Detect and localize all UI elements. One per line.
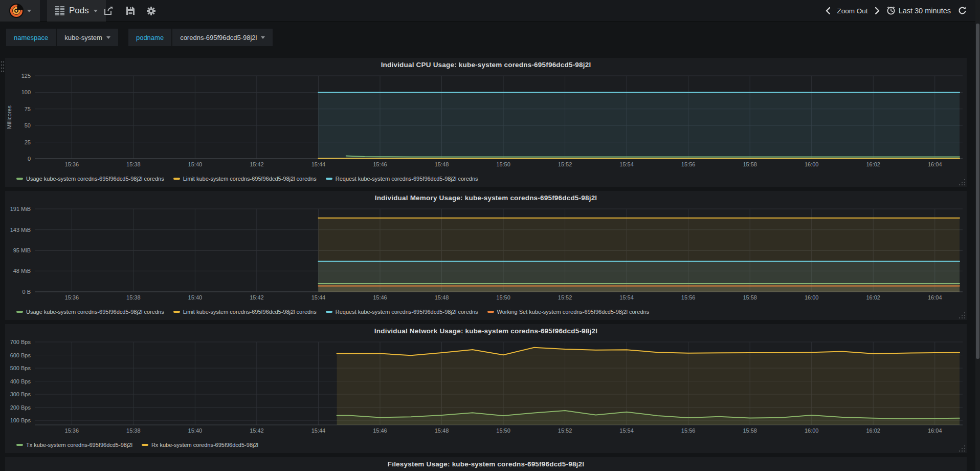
grafana-menu-caret-icon bbox=[27, 10, 31, 12]
panel-title-cpu[interactable]: Individual CPU Usage: kube-system coredn… bbox=[5, 61, 967, 69]
series-fill bbox=[337, 348, 960, 425]
timepicker-controls: Zoom Out Last 30 minutes bbox=[826, 0, 967, 22]
legend-label: Working Set kube-system coredns-695f96dc… bbox=[497, 309, 650, 315]
x-axis-tick-label: 16:00 bbox=[796, 294, 827, 301]
x-axis-tick-label: 16:04 bbox=[920, 161, 950, 167]
panel-title-filesystem[interactable]: Filesystem Usage: kube-system coredns-69… bbox=[5, 460, 967, 468]
y-axis-tick-label: 100 Bps bbox=[5, 417, 31, 423]
x-axis-tick-label: 15:48 bbox=[427, 161, 457, 167]
x-axis-tick-label: 15:42 bbox=[241, 294, 272, 301]
y-axis-tick-label: 200 Bps bbox=[5, 404, 31, 411]
chart-legend: Usage kube-system coredns-695f96dcd5-98j… bbox=[16, 176, 478, 182]
template-variables: namespace kube-system podname coredns-69… bbox=[6, 29, 274, 46]
x-axis-tick-label: 15:36 bbox=[56, 427, 87, 434]
y-axis-tick-label: 125 bbox=[5, 73, 31, 79]
save-dashboard-button[interactable] bbox=[122, 0, 139, 22]
panel-memory: Individual Memory Usage: kube-system cor… bbox=[5, 191, 967, 320]
legend-swatch-icon bbox=[326, 178, 332, 180]
panel-filesystem: Filesystem Usage: kube-system coredns-69… bbox=[5, 457, 967, 471]
refresh-icon[interactable] bbox=[958, 7, 967, 15]
variable-podname-dropdown[interactable]: coredns-695f96dcd5-98j2l bbox=[172, 29, 273, 46]
x-axis-tick-label: 15:44 bbox=[303, 427, 333, 434]
legend-swatch-icon bbox=[326, 311, 332, 313]
y-axis-tick-label: 95 MiB bbox=[5, 247, 31, 253]
chart-plot-memory[interactable] bbox=[5, 207, 967, 293]
y-axis-tick-label: 143 MiB bbox=[5, 227, 31, 233]
gear-icon bbox=[147, 7, 155, 15]
dashboard-picker-caret-icon bbox=[94, 10, 98, 12]
panel-cpu: Individual CPU Usage: kube-system coredn… bbox=[5, 58, 967, 187]
chart-plot-cpu[interactable] bbox=[5, 74, 967, 160]
panel-network: Individual Network Usage: kube-system co… bbox=[5, 324, 967, 453]
x-axis-tick-label: 15:52 bbox=[550, 427, 581, 434]
legend-item[interactable]: Working Set kube-system coredns-695f96dc… bbox=[487, 309, 650, 315]
x-axis-tick-label: 16:00 bbox=[796, 161, 827, 167]
grafana-menu-button[interactable] bbox=[0, 0, 40, 22]
x-axis-tick-label: 16:04 bbox=[920, 294, 950, 301]
zoom-out-button[interactable]: Zoom Out bbox=[837, 7, 868, 15]
panel-resize-handle[interactable] bbox=[959, 312, 965, 318]
chart-plot-network[interactable] bbox=[5, 340, 967, 426]
legend-item[interactable]: Rx kube-system coredns-695f96dcd5-98j2l bbox=[142, 442, 258, 448]
x-axis-tick-label: 15:54 bbox=[611, 427, 642, 434]
podname-caret-icon bbox=[261, 36, 265, 39]
variable-namespace-dropdown[interactable]: kube-system bbox=[57, 29, 118, 46]
x-axis-tick-label: 15:56 bbox=[673, 161, 704, 167]
series-fill bbox=[318, 92, 960, 159]
grafana-dashboard: Pods bbox=[0, 0, 980, 471]
x-axis-tick-label: 15:46 bbox=[365, 294, 395, 301]
x-axis-tick-label: 15:36 bbox=[56, 294, 87, 301]
legend-label: Limit kube-system coredns-695f96dcd5-98j… bbox=[183, 176, 317, 182]
legend-item[interactable]: Request kube-system coredns-695f96dcd5-9… bbox=[326, 309, 478, 315]
y-axis-tick-label: 400 Bps bbox=[5, 378, 31, 384]
x-axis-tick-label: 15:52 bbox=[550, 294, 581, 301]
clock-icon bbox=[887, 7, 895, 15]
legend-item[interactable]: Limit kube-system coredns-695f96dcd5-98j… bbox=[173, 176, 317, 182]
panel-resize-handle[interactable] bbox=[959, 179, 965, 185]
x-axis-tick-label: 15:50 bbox=[488, 427, 519, 434]
x-axis-tick-label: 16:02 bbox=[858, 294, 888, 301]
x-axis-tick-label: 16:02 bbox=[858, 427, 888, 434]
legend-item[interactable]: Tx kube-system coredns-695f96dcd5-98j2l bbox=[16, 442, 132, 448]
legend-swatch-icon bbox=[16, 178, 23, 180]
grafana-logo-icon bbox=[9, 3, 24, 18]
y-axis-tick-label: 191 MiB bbox=[5, 206, 31, 212]
save-icon bbox=[126, 7, 135, 15]
legend-item[interactable]: Request kube-system coredns-695f96dcd5-9… bbox=[326, 176, 478, 182]
panel-title-memory[interactable]: Individual Memory Usage: kube-system cor… bbox=[5, 194, 967, 202]
x-axis-tick-label: 15:44 bbox=[303, 161, 333, 167]
time-range-label: Last 30 minutes bbox=[899, 7, 951, 15]
time-range-picker[interactable]: Last 30 minutes bbox=[887, 7, 951, 15]
x-axis-tick-label: 15:52 bbox=[550, 161, 581, 167]
legend-item[interactable]: Usage kube-system coredns-695f96dcd5-98j… bbox=[16, 309, 164, 315]
y-axis-tick-label: 300 Bps bbox=[5, 391, 31, 397]
dashboard-picker[interactable]: Pods bbox=[47, 0, 106, 22]
y-axis-tick-label: 0 bbox=[5, 156, 31, 162]
legend-item[interactable]: Limit kube-system coredns-695f96dcd5-98j… bbox=[173, 309, 317, 315]
legend-swatch-icon bbox=[16, 444, 23, 446]
x-axis-tick-label: 15:46 bbox=[365, 427, 395, 434]
series-fill bbox=[318, 286, 960, 292]
x-axis-tick-label: 15:54 bbox=[611, 161, 642, 167]
x-axis-tick-label: 15:40 bbox=[180, 294, 210, 301]
variable-podname-label: podname bbox=[128, 29, 171, 46]
x-axis-tick-label: 15:58 bbox=[734, 161, 765, 167]
chevron-right-icon[interactable] bbox=[875, 7, 880, 14]
chart-legend: Tx kube-system coredns-695f96dcd5-98j2lR… bbox=[16, 442, 258, 448]
page-scrollbar-thumb[interactable] bbox=[976, 24, 979, 359]
legend-item[interactable]: Usage kube-system coredns-695f96dcd5-98j… bbox=[16, 176, 164, 182]
legend-swatch-icon bbox=[173, 311, 180, 313]
x-axis-tick-label: 15:54 bbox=[611, 294, 642, 301]
chevron-left-icon[interactable] bbox=[826, 7, 830, 14]
share-dashboard-button[interactable] bbox=[100, 0, 118, 22]
x-axis-tick-label: 15:42 bbox=[241, 161, 272, 167]
y-axis-tick-label: 0 B bbox=[5, 289, 31, 295]
dashboard-settings-button[interactable] bbox=[142, 0, 160, 22]
x-axis-tick-label: 15:40 bbox=[180, 161, 210, 167]
x-axis-tick-label: 15:48 bbox=[427, 427, 457, 434]
panel-drag-handle[interactable] bbox=[1, 60, 5, 72]
panel-resize-handle[interactable] bbox=[959, 445, 965, 452]
panel-title-network[interactable]: Individual Network Usage: kube-system co… bbox=[5, 327, 967, 335]
x-axis-tick-label: 15:38 bbox=[118, 294, 149, 301]
legend-swatch-icon bbox=[16, 311, 23, 313]
